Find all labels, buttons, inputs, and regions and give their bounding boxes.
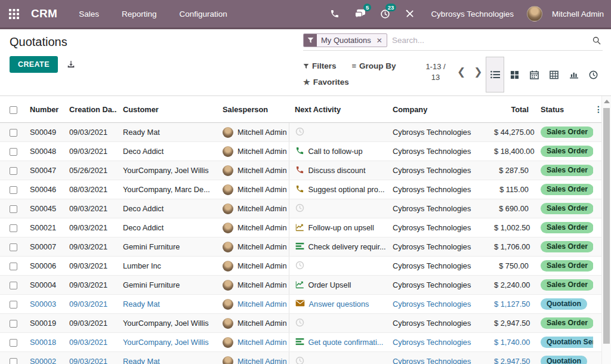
row-checkbox[interactable] bbox=[0, 257, 24, 276]
messages-icon[interactable]: 5 bbox=[350, 5, 370, 23]
table-row[interactable]: S0000309/03/2021Ready MatMitchell AdminA… bbox=[0, 295, 601, 314]
col-number[interactable]: Number bbox=[24, 96, 63, 123]
envelope-yellow-icon[interactable] bbox=[295, 299, 305, 309]
salesperson-avatar bbox=[223, 299, 233, 310]
col-status[interactable]: Status bbox=[535, 96, 593, 123]
clock-icon[interactable] bbox=[295, 318, 304, 329]
cell-next-activity[interactable] bbox=[289, 314, 387, 333]
cell-next-activity[interactable] bbox=[289, 199, 387, 218]
row-checkbox[interactable] bbox=[0, 161, 24, 180]
apps-menu-icon[interactable] bbox=[0, 0, 27, 27]
vertical-scrollbar[interactable] bbox=[601, 96, 611, 364]
select-all-checkbox[interactable] bbox=[0, 96, 24, 123]
favorites-button[interactable]: ★ Favorites bbox=[303, 78, 349, 87]
table-row[interactable]: S0004705/26/2021YourCompany, Joel Willis… bbox=[0, 161, 601, 180]
pager-next-icon[interactable]: ❯ bbox=[474, 60, 482, 84]
list-green-icon[interactable] bbox=[295, 242, 304, 252]
row-checkbox[interactable] bbox=[0, 295, 24, 314]
view-calendar-button[interactable] bbox=[525, 65, 544, 84]
row-checkbox[interactable] bbox=[0, 218, 24, 237]
table-row[interactable]: S0004909/03/2021Ready MatMitchell AdminC… bbox=[0, 123, 601, 142]
app-brand[interactable]: CRM bbox=[31, 7, 57, 20]
cell-next-activity[interactable] bbox=[289, 123, 387, 142]
phone-green-icon[interactable] bbox=[295, 146, 304, 157]
col-customer[interactable]: Customer bbox=[117, 96, 217, 123]
company-switcher[interactable]: Cybrosys Technologies bbox=[431, 10, 514, 18]
table-row[interactable]: S0000409/03/2021Gemini FurnitureMitchell… bbox=[0, 276, 601, 295]
cell-next-activity[interactable]: Get quote confirmati... bbox=[289, 333, 387, 352]
cell-company: Cybrosys Technologies bbox=[387, 257, 488, 276]
facet-remove-icon[interactable]: ✕ bbox=[375, 34, 387, 47]
cell-next-activity[interactable]: Call to follow-up bbox=[289, 142, 387, 161]
cell-next-activity[interactable]: Suggest optional pro... bbox=[289, 180, 387, 199]
user-name[interactable]: Mitchell Admin bbox=[552, 10, 604, 18]
tools-icon[interactable] bbox=[400, 5, 420, 23]
col-creation-date[interactable]: Creation Da... bbox=[63, 96, 117, 123]
cell-next-activity[interactable]: Follow-up on upsell bbox=[289, 218, 387, 237]
clock-icon[interactable] bbox=[295, 127, 304, 138]
chart-yellow-icon[interactable] bbox=[295, 223, 304, 233]
view-list-button[interactable] bbox=[486, 57, 504, 92]
row-checkbox[interactable] bbox=[0, 199, 24, 218]
scrollbar-thumb[interactable] bbox=[603, 108, 610, 344]
view-activity-button[interactable] bbox=[584, 65, 603, 84]
col-next-activity[interactable]: Next Activity bbox=[289, 96, 387, 123]
page-title: Quotations bbox=[10, 35, 67, 49]
pager-prev-icon[interactable]: ❮ bbox=[457, 60, 465, 84]
cell-customer: YourCompany, Joel Willis bbox=[117, 161, 217, 180]
scrollbar-up-icon[interactable] bbox=[604, 100, 610, 103]
table-row[interactable]: S0000709/03/2021Gemini FurnitureMitchell… bbox=[0, 237, 601, 257]
menu-reporting[interactable]: Reporting bbox=[116, 10, 163, 18]
clock-icon[interactable] bbox=[295, 203, 304, 214]
search-facet[interactable]: My Quotations ✕ bbox=[303, 33, 387, 47]
user-avatar[interactable] bbox=[527, 6, 542, 21]
col-total[interactable]: Total bbox=[488, 96, 535, 123]
filters-button[interactable]: Filters bbox=[303, 61, 337, 70]
view-kanban-button[interactable] bbox=[505, 65, 524, 84]
row-checkbox[interactable] bbox=[0, 123, 24, 142]
cell-next-activity[interactable] bbox=[289, 352, 387, 364]
clock-icon[interactable] bbox=[295, 356, 304, 364]
cell-salesperson: Mitchell Admin bbox=[217, 352, 289, 364]
table-row[interactable]: S0004509/03/2021Deco AddictMitchell Admi… bbox=[0, 199, 601, 218]
cell-next-activity[interactable]: Discuss discount bbox=[289, 161, 387, 180]
view-graph-button[interactable] bbox=[564, 65, 583, 84]
search-icon[interactable] bbox=[592, 36, 601, 45]
table-row[interactable]: S0004809/03/2021Deco AddictMitchell Admi… bbox=[0, 142, 601, 161]
group-by-button[interactable]: ≡ Group By bbox=[352, 61, 396, 70]
cell-next-activity[interactable]: Check delivery requir... bbox=[289, 237, 387, 257]
cell-next-activity[interactable]: Answer questions bbox=[289, 295, 387, 314]
row-checkbox[interactable] bbox=[0, 333, 24, 352]
clock-icon[interactable] bbox=[295, 261, 304, 272]
row-checkbox[interactable] bbox=[0, 276, 24, 295]
row-checkbox[interactable] bbox=[0, 314, 24, 333]
row-checkbox[interactable] bbox=[0, 352, 24, 364]
table-row[interactable]: S0001909/03/2021YourCompany, Joel Willis… bbox=[0, 314, 601, 333]
table-row[interactable]: S0002109/03/2021Deco AddictMitchell Admi… bbox=[0, 218, 601, 237]
table-row[interactable]: S0004608/03/2021YourCompany, Marc De...M… bbox=[0, 180, 601, 199]
phone-red-icon[interactable] bbox=[295, 165, 304, 176]
col-salesperson[interactable]: Salesperson bbox=[217, 96, 289, 123]
table-row[interactable]: S0000609/03/2021Lumber IncMitchell Admin… bbox=[0, 257, 601, 276]
cell-next-activity[interactable]: Order Upsell bbox=[289, 276, 387, 295]
chart-green-icon[interactable] bbox=[295, 280, 304, 291]
menu-sales[interactable]: Sales bbox=[73, 10, 105, 18]
activities-icon[interactable]: 23 bbox=[375, 5, 395, 23]
export-icon[interactable] bbox=[66, 60, 76, 69]
row-checkbox[interactable] bbox=[0, 180, 24, 199]
menu-configuration[interactable]: Configuration bbox=[174, 10, 233, 18]
table-row[interactable]: S0001809/03/2021YourCompany, Joel Willis… bbox=[0, 333, 601, 352]
phone-icon[interactable] bbox=[325, 5, 345, 23]
optional-columns-icon[interactable]: ⋮ bbox=[593, 96, 601, 123]
row-checkbox[interactable] bbox=[0, 142, 24, 161]
view-pivot-button[interactable] bbox=[545, 65, 563, 84]
row-checkbox[interactable] bbox=[0, 237, 24, 257]
table-row[interactable]: S0000209/03/2021Ready MatMitchell AdminC… bbox=[0, 352, 601, 364]
list-green-icon[interactable] bbox=[295, 337, 304, 348]
cell-next-activity[interactable] bbox=[289, 257, 387, 276]
create-button[interactable]: CREATE bbox=[10, 56, 58, 73]
col-company[interactable]: Company bbox=[387, 96, 488, 123]
phone-yellow-icon[interactable] bbox=[295, 184, 304, 195]
favorites-star-icon: ★ bbox=[303, 78, 310, 87]
search-input[interactable] bbox=[387, 33, 592, 47]
